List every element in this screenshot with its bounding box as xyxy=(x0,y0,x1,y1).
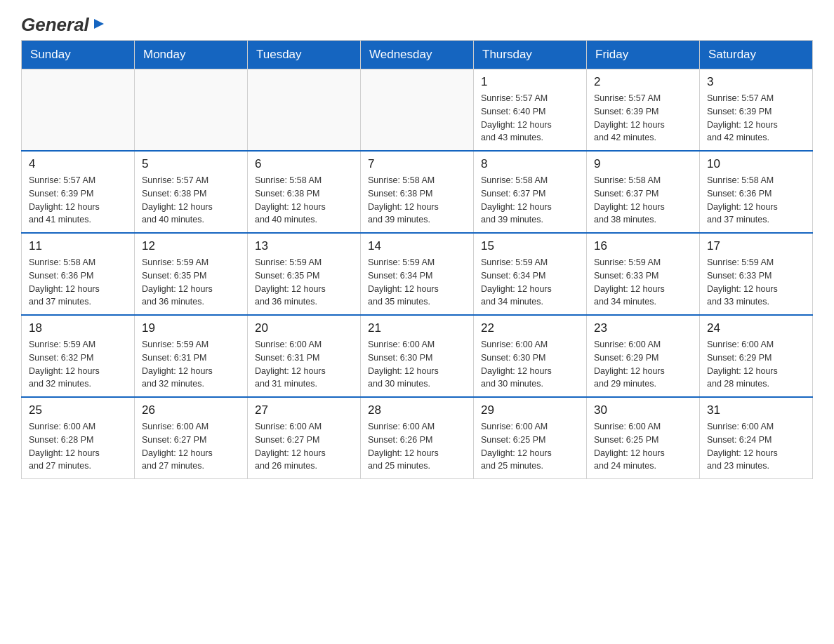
calendar-cell: 19Sunrise: 5:59 AM Sunset: 6:31 PM Dayli… xyxy=(135,315,248,397)
day-number: 25 xyxy=(29,403,127,417)
day-number: 31 xyxy=(707,403,805,417)
calendar-cell: 25Sunrise: 6:00 AM Sunset: 6:28 PM Dayli… xyxy=(22,397,135,479)
day-info: Sunrise: 5:58 AM Sunset: 6:38 PM Dayligh… xyxy=(255,174,353,227)
calendar-table: SundayMondayTuesdayWednesdayThursdayFrid… xyxy=(21,40,813,479)
calendar-cell: 2Sunrise: 5:57 AM Sunset: 6:39 PM Daylig… xyxy=(587,69,700,152)
day-number: 19 xyxy=(142,321,240,335)
calendar-cell: 10Sunrise: 5:58 AM Sunset: 6:36 PM Dayli… xyxy=(700,151,813,233)
day-info: Sunrise: 6:00 AM Sunset: 6:28 PM Dayligh… xyxy=(29,420,127,473)
calendar-cell: 6Sunrise: 5:58 AM Sunset: 6:38 PM Daylig… xyxy=(248,151,361,233)
day-number: 30 xyxy=(594,403,692,417)
calendar-cell: 1Sunrise: 5:57 AM Sunset: 6:40 PM Daylig… xyxy=(474,69,587,152)
day-info: Sunrise: 6:00 AM Sunset: 6:25 PM Dayligh… xyxy=(481,420,579,473)
day-info: Sunrise: 5:58 AM Sunset: 6:38 PM Dayligh… xyxy=(368,174,466,227)
calendar-cell: 11Sunrise: 5:58 AM Sunset: 6:36 PM Dayli… xyxy=(22,233,135,315)
day-info: Sunrise: 5:57 AM Sunset: 6:40 PM Dayligh… xyxy=(481,92,579,145)
day-number: 5 xyxy=(142,157,240,171)
day-number: 22 xyxy=(481,321,579,335)
calendar-cell xyxy=(248,69,361,152)
day-info: Sunrise: 5:59 AM Sunset: 6:32 PM Dayligh… xyxy=(29,338,127,391)
day-number: 23 xyxy=(594,321,692,335)
day-info: Sunrise: 5:57 AM Sunset: 6:39 PM Dayligh… xyxy=(707,92,805,145)
calendar-cell: 9Sunrise: 5:58 AM Sunset: 6:37 PM Daylig… xyxy=(587,151,700,233)
day-info: Sunrise: 5:59 AM Sunset: 6:35 PM Dayligh… xyxy=(142,256,240,309)
logo: General xyxy=(21,14,107,33)
day-number: 11 xyxy=(29,239,127,253)
calendar-cell: 21Sunrise: 6:00 AM Sunset: 6:30 PM Dayli… xyxy=(361,315,474,397)
week-row-2: 4Sunrise: 5:57 AM Sunset: 6:39 PM Daylig… xyxy=(22,151,813,233)
calendar-cell xyxy=(361,69,474,152)
calendar-cell: 20Sunrise: 6:00 AM Sunset: 6:31 PM Dayli… xyxy=(248,315,361,397)
day-number: 6 xyxy=(255,157,353,171)
day-info: Sunrise: 5:59 AM Sunset: 6:31 PM Dayligh… xyxy=(142,338,240,391)
calendar-cell: 16Sunrise: 5:59 AM Sunset: 6:33 PM Dayli… xyxy=(587,233,700,315)
day-info: Sunrise: 5:59 AM Sunset: 6:34 PM Dayligh… xyxy=(368,256,466,309)
header: General xyxy=(21,14,813,33)
day-number: 2 xyxy=(594,75,692,89)
day-info: Sunrise: 6:00 AM Sunset: 6:29 PM Dayligh… xyxy=(707,338,805,391)
day-info: Sunrise: 6:00 AM Sunset: 6:27 PM Dayligh… xyxy=(142,420,240,473)
calendar-cell: 8Sunrise: 5:58 AM Sunset: 6:37 PM Daylig… xyxy=(474,151,587,233)
logo-text-general: General xyxy=(21,14,89,36)
day-number: 28 xyxy=(368,403,466,417)
weekday-header-thursday: Thursday xyxy=(474,41,587,69)
day-info: Sunrise: 5:59 AM Sunset: 6:35 PM Dayligh… xyxy=(255,256,353,309)
calendar-cell: 18Sunrise: 5:59 AM Sunset: 6:32 PM Dayli… xyxy=(22,315,135,397)
day-number: 12 xyxy=(142,239,240,253)
calendar-cell xyxy=(22,69,135,152)
day-info: Sunrise: 6:00 AM Sunset: 6:24 PM Dayligh… xyxy=(707,420,805,473)
calendar-cell: 17Sunrise: 5:59 AM Sunset: 6:33 PM Dayli… xyxy=(700,233,813,315)
weekday-header-row: SundayMondayTuesdayWednesdayThursdayFrid… xyxy=(22,41,813,69)
calendar-cell: 26Sunrise: 6:00 AM Sunset: 6:27 PM Dayli… xyxy=(135,397,248,479)
day-info: Sunrise: 6:00 AM Sunset: 6:30 PM Dayligh… xyxy=(368,338,466,391)
weekday-header-saturday: Saturday xyxy=(700,41,813,69)
weekday-header-wednesday: Wednesday xyxy=(361,41,474,69)
svg-marker-0 xyxy=(94,19,104,29)
logo-arrow-icon xyxy=(91,16,107,34)
day-info: Sunrise: 6:00 AM Sunset: 6:31 PM Dayligh… xyxy=(255,338,353,391)
calendar-cell: 12Sunrise: 5:59 AM Sunset: 6:35 PM Dayli… xyxy=(135,233,248,315)
day-number: 21 xyxy=(368,321,466,335)
calendar-cell: 15Sunrise: 5:59 AM Sunset: 6:34 PM Dayli… xyxy=(474,233,587,315)
day-info: Sunrise: 6:00 AM Sunset: 6:27 PM Dayligh… xyxy=(255,420,353,473)
calendar-cell: 5Sunrise: 5:57 AM Sunset: 6:38 PM Daylig… xyxy=(135,151,248,233)
day-number: 8 xyxy=(481,157,579,171)
day-info: Sunrise: 5:58 AM Sunset: 6:36 PM Dayligh… xyxy=(707,174,805,227)
week-row-3: 11Sunrise: 5:58 AM Sunset: 6:36 PM Dayli… xyxy=(22,233,813,315)
day-number: 17 xyxy=(707,239,805,253)
calendar-cell: 28Sunrise: 6:00 AM Sunset: 6:26 PM Dayli… xyxy=(361,397,474,479)
day-number: 27 xyxy=(255,403,353,417)
calendar-cell: 27Sunrise: 6:00 AM Sunset: 6:27 PM Dayli… xyxy=(248,397,361,479)
calendar-cell: 29Sunrise: 6:00 AM Sunset: 6:25 PM Dayli… xyxy=(474,397,587,479)
day-number: 13 xyxy=(255,239,353,253)
calendar-cell: 7Sunrise: 5:58 AM Sunset: 6:38 PM Daylig… xyxy=(361,151,474,233)
day-info: Sunrise: 5:57 AM Sunset: 6:39 PM Dayligh… xyxy=(594,92,692,145)
day-number: 29 xyxy=(481,403,579,417)
calendar-cell: 14Sunrise: 5:59 AM Sunset: 6:34 PM Dayli… xyxy=(361,233,474,315)
day-info: Sunrise: 6:00 AM Sunset: 6:25 PM Dayligh… xyxy=(594,420,692,473)
calendar-cell xyxy=(135,69,248,152)
week-row-1: 1Sunrise: 5:57 AM Sunset: 6:40 PM Daylig… xyxy=(22,69,813,152)
calendar-cell: 24Sunrise: 6:00 AM Sunset: 6:29 PM Dayli… xyxy=(700,315,813,397)
day-number: 3 xyxy=(707,75,805,89)
day-number: 16 xyxy=(594,239,692,253)
day-number: 7 xyxy=(368,157,466,171)
weekday-header-tuesday: Tuesday xyxy=(248,41,361,69)
day-number: 4 xyxy=(29,157,127,171)
calendar-cell: 3Sunrise: 5:57 AM Sunset: 6:39 PM Daylig… xyxy=(700,69,813,152)
week-row-5: 25Sunrise: 6:00 AM Sunset: 6:28 PM Dayli… xyxy=(22,397,813,479)
day-info: Sunrise: 5:57 AM Sunset: 6:38 PM Dayligh… xyxy=(142,174,240,227)
calendar-cell: 4Sunrise: 5:57 AM Sunset: 6:39 PM Daylig… xyxy=(22,151,135,233)
day-number: 10 xyxy=(707,157,805,171)
weekday-header-monday: Monday xyxy=(135,41,248,69)
day-info: Sunrise: 6:00 AM Sunset: 6:29 PM Dayligh… xyxy=(594,338,692,391)
weekday-header-friday: Friday xyxy=(587,41,700,69)
day-number: 20 xyxy=(255,321,353,335)
calendar-cell: 23Sunrise: 6:00 AM Sunset: 6:29 PM Dayli… xyxy=(587,315,700,397)
weekday-header-sunday: Sunday xyxy=(22,41,135,69)
day-info: Sunrise: 5:59 AM Sunset: 6:33 PM Dayligh… xyxy=(707,256,805,309)
day-info: Sunrise: 6:00 AM Sunset: 6:30 PM Dayligh… xyxy=(481,338,579,391)
day-info: Sunrise: 6:00 AM Sunset: 6:26 PM Dayligh… xyxy=(368,420,466,473)
day-info: Sunrise: 5:59 AM Sunset: 6:34 PM Dayligh… xyxy=(481,256,579,309)
day-number: 1 xyxy=(481,75,579,89)
